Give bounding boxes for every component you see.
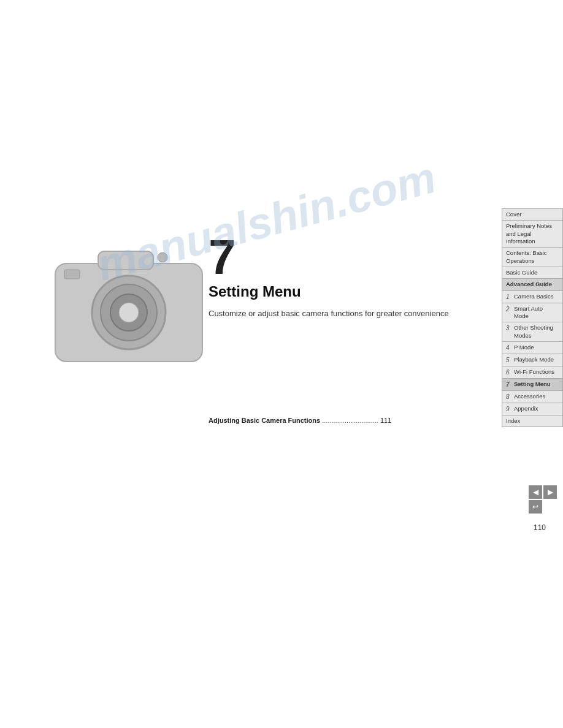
sidebar-item-smart-auto[interactable]: 2 Smart Auto Mode	[502, 303, 563, 322]
toc-section: Adjusting Basic Camera Functions .......…	[209, 417, 454, 425]
chapter-number: 7	[209, 233, 491, 282]
sidebar-item-wifi[interactable]: 6 Wi-Fi Functions	[502, 366, 563, 378]
sidebar-item-other-shooting[interactable]: 3 Other Shooting Modes	[502, 322, 563, 341]
chapter-description: Customize or adjust basic camera functio…	[209, 308, 491, 320]
camera-illustration	[49, 233, 209, 368]
sidebar-item-p-mode[interactable]: 4 P Mode	[502, 341, 563, 354]
page-navigation: ◀ ▶ ↩	[529, 485, 557, 514]
sidebar-item-advanced-guide[interactable]: Advanced Guide	[502, 278, 563, 290]
back-button[interactable]: ↩	[529, 500, 542, 514]
chapter-content: 7 Setting Menu Customize or adjust basic…	[209, 233, 491, 344]
page-container: manualshin.com 7 Setting Menu Customize …	[0, 0, 563, 728]
svg-point-6	[158, 252, 167, 262]
chapter-title: Setting Menu	[209, 283, 491, 300]
sidebar-item-basic-guide[interactable]: Basic Guide	[502, 267, 563, 278]
toc-dots: ..............................	[322, 417, 378, 424]
sidebar-item-setting-menu[interactable]: 7 Setting Menu	[502, 378, 563, 390]
svg-rect-7	[64, 270, 80, 279]
sidebar-item-cover[interactable]: Cover	[502, 208, 563, 220]
svg-point-5	[119, 303, 139, 322]
sidebar-item-preliminary[interactable]: Preliminary Notes and Legal Information	[502, 220, 563, 247]
sidebar-item-accessories[interactable]: 8 Accessories	[502, 390, 563, 403]
toc-item-title: Adjusting Basic Camera Functions	[209, 417, 320, 424]
prev-page-button[interactable]: ◀	[529, 485, 542, 499]
svg-rect-1	[98, 251, 153, 270]
toc-page: 111	[380, 417, 391, 424]
sidebar: Cover Preliminary Notes and Legal Inform…	[502, 208, 563, 427]
sidebar-item-playback[interactable]: 5 Playback Mode	[502, 354, 563, 366]
sidebar-item-index[interactable]: Index	[502, 415, 563, 427]
sidebar-item-appendix[interactable]: 9 Appendix	[502, 403, 563, 415]
next-page-button[interactable]: ▶	[543, 485, 557, 499]
page-number: 110	[534, 523, 546, 532]
sidebar-item-contents[interactable]: Contents: Basic Operations	[502, 247, 563, 267]
sidebar-item-camera-basics[interactable]: 1 Camera Basics	[502, 290, 563, 303]
toc-item: Adjusting Basic Camera Functions .......…	[209, 417, 454, 424]
